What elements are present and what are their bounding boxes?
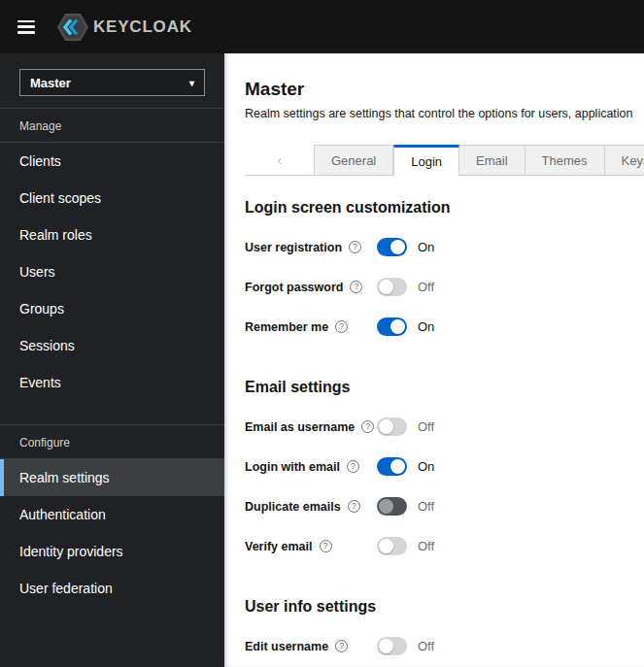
tab-label: Themes	[542, 153, 588, 168]
page-description: Realm settings are settings that control…	[245, 107, 644, 121]
tab-email[interactable]: Email	[459, 145, 525, 176]
toggle-switch[interactable]	[377, 417, 407, 436]
tab-themes[interactable]: Themes	[525, 145, 605, 176]
nav-list-configure: Realm settings Authentication Identity p…	[0, 458, 224, 607]
sidebar: Master ▾ Manage Clients Client scopes Re…	[0, 53, 224, 667]
toggle-switch	[377, 497, 407, 516]
section-heading: Login screen customization	[245, 199, 644, 217]
tab-general[interactable]: General	[314, 145, 393, 176]
setting-label: Remember me	[245, 320, 328, 334]
nav-section-title: Configure	[0, 425, 224, 458]
sidebar-item-realm-settings[interactable]: Realm settings	[0, 459, 224, 496]
sidebar-item-label: Identity providers	[19, 544, 123, 559]
sidebar-item-label: Clients	[19, 153, 61, 169]
sidebar-item-authentication[interactable]: Authentication	[0, 496, 224, 533]
toggle-switch[interactable]	[377, 238, 407, 256]
sidebar-item-realm-roles[interactable]: Realm roles	[0, 217, 224, 253]
toggle-state-label: Off	[418, 639, 434, 653]
tab-bar: ‹ General Login Email	[245, 145, 644, 176]
brand[interactable]: KEYCLOAK	[56, 13, 192, 42]
help-icon[interactable]: ?	[335, 320, 348, 333]
setting-label: Verify email	[245, 540, 313, 553]
toggle-state-label: Off	[418, 499, 434, 514]
sidebar-item-label: Authentication	[19, 507, 106, 522]
nav-list-manage: Clients Client scopes Realm roles Users …	[0, 142, 224, 401]
hamburger-icon[interactable]	[17, 20, 35, 34]
setting-row-remember-me: Remember me ? On	[245, 317, 644, 336]
setting-label: User registration	[245, 241, 342, 254]
section-heading: User info settings	[245, 598, 644, 616]
help-icon[interactable]: ?	[320, 540, 332, 552]
setting-label-wrap: Verify email ?	[245, 540, 377, 553]
toggle-state-label: Off	[418, 280, 434, 294]
toggle-switch[interactable]	[377, 317, 407, 336]
sidebar-item-identity-providers[interactable]: Identity providers	[0, 533, 224, 570]
sidebar-item-groups[interactable]: Groups	[0, 290, 224, 327]
sidebar-item-label: Events	[19, 375, 61, 390]
section-heading: Email settings	[245, 379, 644, 396]
help-icon[interactable]: ?	[350, 281, 362, 293]
caret-down-icon: ▾	[189, 78, 194, 88]
setting-label: Forgot password	[245, 281, 343, 294]
rows-login-customization: User registration ? On Forgot password ?	[245, 238, 644, 336]
help-icon[interactable]: ?	[347, 460, 359, 473]
setting-label-wrap: User registration ?	[245, 241, 377, 254]
toggle-knob	[379, 419, 393, 434]
setting-row-edit-username: Edit username ? Off	[245, 637, 644, 655]
tab-login[interactable]: Login	[393, 145, 459, 176]
toggle-switch[interactable]	[377, 457, 407, 476]
toggle-switch[interactable]	[377, 637, 407, 655]
sidebar-item-label: Realm settings	[19, 470, 110, 485]
setting-label-wrap: Login with email ?	[245, 460, 377, 474]
setting-row-forgot-password: Forgot password ? Off	[245, 278, 644, 296]
setting-label-wrap: Remember me ?	[245, 320, 377, 334]
realm-selector[interactable]: Master ▾	[19, 69, 205, 96]
setting-label-wrap: Edit username ?	[245, 640, 377, 653]
toggle-knob	[379, 639, 393, 653]
setting-label: Email as username	[245, 420, 355, 434]
keycloak-logo-icon	[56, 13, 89, 42]
page-title: Master	[245, 78, 644, 100]
rows-email-settings: Email as username ? Off Login with email…	[245, 417, 644, 555]
setting-label-wrap: Forgot password ?	[245, 281, 377, 294]
nav-section-manage: Manage Clients Client scopes Realm roles…	[0, 108, 224, 401]
sidebar-item-users[interactable]: Users	[0, 253, 224, 290]
tab-label: Email	[476, 153, 508, 168]
sidebar-item-sessions[interactable]: Sessions	[0, 327, 224, 364]
sidebar-item-clients[interactable]: Clients	[0, 143, 224, 180]
section-user-info-settings: User info settings Edit username ? Off	[245, 598, 644, 655]
nav-section-configure: Configure Realm settings Authentication …	[0, 424, 224, 607]
help-icon[interactable]: ?	[349, 241, 361, 253]
toggle-switch[interactable]	[377, 278, 407, 296]
tab-label: Keys	[622, 153, 644, 168]
toggle-knob	[379, 539, 393, 553]
sidebar-item-client-scopes[interactable]: Client scopes	[0, 180, 224, 217]
help-icon[interactable]: ?	[335, 640, 348, 652]
setting-label-wrap: Duplicate emails ?	[245, 500, 377, 514]
section-login-screen-customization: Login screen customization User registra…	[245, 199, 644, 336]
sidebar-item-user-federation[interactable]: User federation	[0, 570, 224, 607]
sidebar-item-label: Users	[19, 264, 55, 280]
sidebar-item-label: Groups	[19, 301, 64, 317]
nav-section-title: Manage	[0, 109, 224, 142]
setting-label: Duplicate emails	[245, 500, 341, 514]
toggle-switch[interactable]	[377, 537, 407, 555]
toggle-state-label: Off	[418, 539, 434, 553]
help-icon[interactable]: ?	[361, 420, 374, 433]
tab-label: General	[331, 153, 376, 168]
sidebar-item-events[interactable]: Events	[0, 364, 224, 401]
toggle-knob	[390, 240, 405, 254]
sidebar-item-label: Realm roles	[19, 227, 92, 243]
setting-row-email-as-username: Email as username ? Off	[245, 417, 644, 436]
toggle-knob	[379, 499, 393, 514]
sidebar-item-label: Sessions	[19, 338, 75, 353]
rows-user-info-settings: Edit username ? Off	[245, 637, 644, 655]
sidebar-item-label: User federation	[19, 581, 113, 596]
tab-keys[interactable]: Keys	[605, 145, 644, 176]
help-icon[interactable]: ?	[348, 500, 360, 513]
toggle-state-label: On	[418, 459, 434, 474]
section-email-settings: Email settings Email as username ? Off	[245, 379, 644, 555]
toggle-knob	[390, 319, 405, 334]
toggle-state-label: On	[418, 240, 434, 254]
setting-row-user-registration: User registration ? On	[245, 238, 644, 256]
